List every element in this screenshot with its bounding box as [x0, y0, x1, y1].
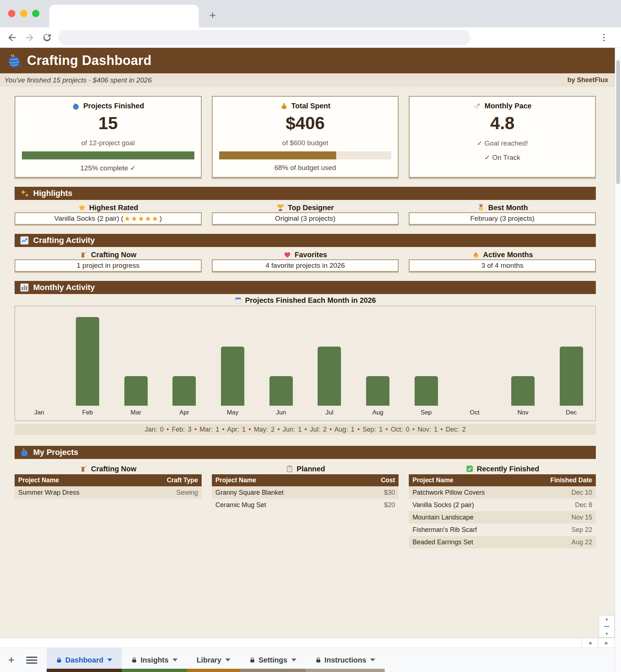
- chart-bar-label: Mar: [131, 406, 141, 421]
- browser-scrollbar-thumb[interactable]: [616, 60, 620, 184]
- stat-value: 15: [98, 114, 118, 133]
- chart-bar: [76, 317, 99, 406]
- project-name-cell: Ceramic Mug Set: [216, 501, 266, 509]
- project-name-cell: Patchwork Pillow Covers: [412, 489, 485, 497]
- chart-bar-column: Dec: [547, 306, 595, 421]
- page-title: Crafting Dashboard: [27, 53, 151, 68]
- value-cell: Dec 10: [571, 489, 592, 497]
- stat-card-projects-finished: Projects Finished 15 of 12-project goal …: [15, 96, 202, 178]
- section-title: My Projects: [33, 448, 78, 457]
- trophy-icon: [276, 204, 284, 212]
- highlight-value-top-designer: Original (3 projects): [212, 212, 399, 225]
- chart-bar-column: Jan: [15, 306, 63, 421]
- section-header-crafting-activity: Crafting Activity: [15, 234, 596, 247]
- monthly-bar-chart: JanFebMarAprMayJunJulAugSepOctNovDec: [15, 306, 596, 421]
- sheet-tabs-container: DashboardInsightsLibrarySettingsInstruct…: [47, 648, 385, 672]
- highlight-value-best-month: February (3 projects): [409, 212, 596, 225]
- sheet-tab-insights[interactable]: Insights: [122, 648, 187, 672]
- subtitle-text: You've finished 15 projects · $406 spent…: [4, 76, 152, 84]
- chart-bar-label: Feb: [82, 406, 93, 421]
- project-name-cell: Vanilla Socks (2 pair): [412, 501, 474, 509]
- sheet-tab-color-strip: [47, 669, 122, 672]
- sheet-horizontal-scrollbar[interactable]: ◀ ▶: [0, 638, 615, 648]
- chevron-down-icon[interactable]: [291, 659, 296, 661]
- activity-label: Favorites: [295, 251, 327, 259]
- lock-icon: [249, 657, 255, 663]
- chart-bar-label: Jun: [276, 406, 286, 421]
- address-bar[interactable]: [58, 30, 470, 45]
- browser-tab-strip: +: [0, 0, 621, 27]
- table-header-row: Project NameCost: [212, 474, 399, 486]
- sheet-tab-instructions[interactable]: Instructions: [306, 648, 385, 672]
- browser-scrollbar[interactable]: [615, 48, 621, 672]
- scroll-right-icon[interactable]: ▶: [598, 638, 615, 648]
- table-header-row: Project NameCraft Type: [15, 474, 202, 486]
- activity-value-favorites: 4 favorite projects in 2026: [212, 259, 399, 272]
- all-sheets-menu-icon[interactable]: [26, 648, 37, 672]
- chart-bar: [366, 376, 389, 406]
- activity-label: Active Months: [483, 251, 533, 259]
- new-tab-button[interactable]: +: [206, 9, 219, 22]
- highlight-value-text: ): [160, 215, 162, 223]
- chart-summary-strip: Jan: 0 • Feb: 3 • Mar: 1 • Apr: 1 • May:…: [15, 424, 596, 435]
- highlight-value-text: February (3 projects): [470, 215, 535, 223]
- add-sheet-button[interactable]: +: [5, 648, 18, 672]
- sheet-tab-label: Insights: [140, 656, 168, 664]
- table-row: Ceramic Mug Set$20: [212, 499, 399, 511]
- value-cell: Sep 22: [571, 526, 592, 534]
- highlight-value-text: Original (3 projects): [275, 215, 335, 223]
- stat-cards-row: Projects Finished 15 of 12-project goal …: [15, 96, 596, 178]
- value-cell: $30: [384, 489, 395, 497]
- column-header: Project Name: [18, 476, 59, 484]
- chart-bar-column: Mar: [112, 306, 160, 421]
- table-row: Granny Square Blanket$30: [212, 486, 399, 499]
- dashboard-page: Crafting Dashboard You've finished 15 pr…: [0, 48, 615, 672]
- chevron-down-icon[interactable]: [107, 659, 112, 661]
- scroll-up-icon[interactable]: ▲: [605, 617, 609, 621]
- chart-bar-label: May: [227, 406, 238, 421]
- activity-value-text: 3 of 4 months: [481, 262, 523, 270]
- credit-text: by SheetFlux: [567, 76, 608, 84]
- value-cell: $20: [384, 501, 395, 509]
- stat-label: Total Spent: [291, 102, 330, 110]
- forward-arrow-icon[interactable]: [24, 32, 35, 43]
- stat-card-total-spent: $ Total Spent $406 of $600 budget 68% of…: [212, 96, 399, 178]
- heart-icon: [283, 251, 291, 259]
- activity-value-text: 4 favorite projects in 2026: [265, 262, 345, 270]
- app-header: Crafting Dashboard: [0, 48, 615, 73]
- sheet-tab-label: Instructions: [325, 656, 366, 664]
- chart-bar: [318, 347, 341, 406]
- scroll-down-icon[interactable]: ▼: [605, 632, 609, 636]
- reload-icon[interactable]: [42, 32, 53, 43]
- highlight-label: Top Designer: [288, 204, 334, 212]
- kebab-menu-icon[interactable]: [599, 32, 609, 43]
- maximize-button[interactable]: [32, 10, 39, 17]
- sheet-vertical-scrollbar[interactable]: ▲ ▼: [599, 615, 615, 638]
- sheet-tab-color-strip: [240, 669, 306, 672]
- browser-tab[interactable]: [49, 5, 199, 27]
- chevron-down-icon[interactable]: [370, 659, 375, 661]
- chevron-down-icon[interactable]: [172, 659, 178, 661]
- chevron-down-icon[interactable]: [225, 659, 230, 661]
- sheet-tab-settings[interactable]: Settings: [240, 648, 306, 672]
- fire-icon: [472, 251, 480, 259]
- close-button[interactable]: [8, 10, 15, 17]
- sheet-tab-label: Settings: [259, 656, 287, 664]
- sheet-tab-library[interactable]: Library: [187, 648, 240, 672]
- chart-bar-label: Jul: [326, 406, 334, 421]
- sheet-tab-dashboard[interactable]: Dashboard: [47, 648, 122, 672]
- chart-bar-label: Jan: [34, 406, 44, 421]
- table-row: Mountain LandscapeNov 15: [409, 511, 596, 524]
- highlight-value-text: Vanilla Socks (2 pair) (: [54, 215, 124, 223]
- project-name-cell: Beaded Earrings Set: [412, 538, 473, 546]
- back-arrow-icon[interactable]: [7, 32, 18, 43]
- svg-text:$: $: [283, 105, 285, 109]
- chart-bar: [560, 347, 583, 406]
- table-recently-finished: Project NameFinished DatePatchwork Pillo…: [409, 474, 596, 548]
- star-icon: [78, 204, 86, 212]
- scroll-left-icon[interactable]: ◀: [581, 638, 598, 648]
- minimize-button[interactable]: [20, 10, 27, 17]
- chart-bar-column: Nov: [499, 306, 547, 421]
- project-name-cell: Granny Square Blanket: [216, 489, 284, 497]
- chart-title: Projects Finished Each Month in 2026: [245, 296, 376, 305]
